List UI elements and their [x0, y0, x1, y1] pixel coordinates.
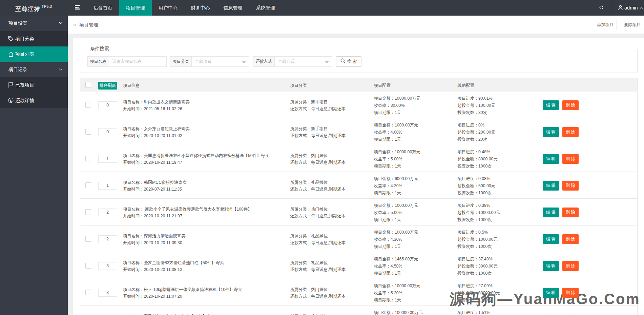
svg-text:$: $ — [10, 99, 12, 102]
